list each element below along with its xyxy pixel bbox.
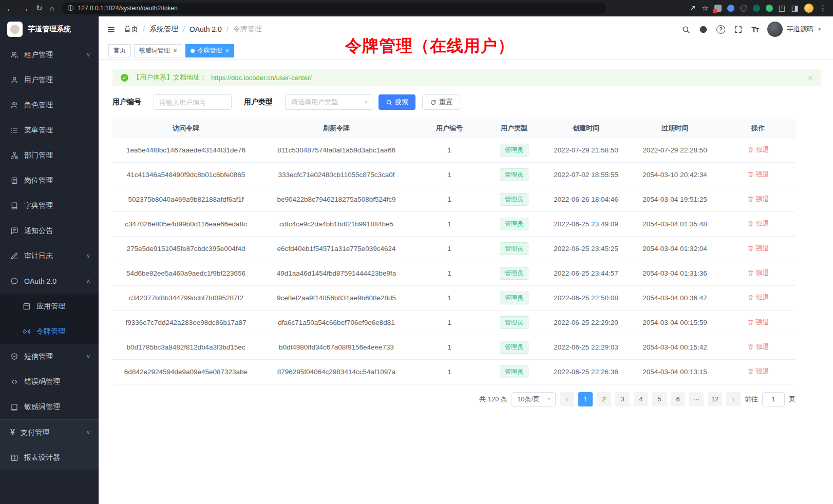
sidebar-item-oauth2[interactable]: OAuth 2.0∧ <box>0 268 99 294</box>
forward-icon[interactable]: → <box>21 4 29 13</box>
sidebar-subitem-app[interactable]: 应用管理 <box>0 294 99 319</box>
force-logout-button[interactable]: 强退 <box>747 342 769 352</box>
force-logout-button[interactable]: 强退 <box>747 195 769 204</box>
user-id-cell: 1 <box>413 310 485 335</box>
goto-page-input[interactable] <box>762 392 785 406</box>
sidebar-item-sms[interactable]: 短信管理∨ <box>0 344 99 369</box>
extensions-puzzle-icon[interactable]: ◳ <box>779 4 786 13</box>
user-menu[interactable]: 芋道源码 ▼ <box>767 22 822 37</box>
extension-green-icon[interactable] <box>766 5 773 12</box>
user-id-input[interactable] <box>154 94 232 110</box>
sidebar-item-user[interactable]: 用户管理 <box>0 67 99 92</box>
force-logout-button[interactable]: 强退 <box>747 367 769 376</box>
sidebar-item-menu[interactable]: 菜单管理 <box>0 118 99 143</box>
oauth-icon <box>10 277 18 285</box>
page-size-select[interactable]: 10条/页 ▼ <box>512 392 556 406</box>
tab-close-icon[interactable]: × <box>173 47 177 54</box>
next-page-button[interactable]: › <box>726 392 741 406</box>
extension-darkgreen-icon[interactable] <box>753 5 760 12</box>
tab-split-icon[interactable]: ◨ <box>791 4 799 13</box>
sidebar-item-audit-log[interactable]: 审计日志∨ <box>0 243 99 268</box>
sidebar-item-sensitive-word[interactable]: 敏感词管理 <box>0 394 99 419</box>
browser-menu-icon[interactable]: ⋮ <box>819 4 827 13</box>
user-id-cell: 1 <box>413 236 485 261</box>
doc-link[interactable]: https://doc.iocoder.cn/user-center/ <box>211 74 312 82</box>
user-type-cell: 管理员 <box>485 359 543 384</box>
search-button[interactable]: 搜索 <box>378 94 415 110</box>
tab-home[interactable]: 首页 <box>108 44 131 57</box>
page-button-5[interactable]: 5 <box>652 392 667 406</box>
trash-icon <box>747 319 754 325</box>
tab-close-icon[interactable]: × <box>225 47 230 54</box>
bookmark-star-icon[interactable]: ☆ <box>702 4 708 13</box>
alert-close-icon[interactable]: × <box>808 73 812 82</box>
sidebar-item-report[interactable]: 报表设计器 <box>0 445 99 470</box>
sidebar-subitem-label: 应用管理 <box>36 302 65 311</box>
trash-icon <box>747 294 754 301</box>
github-icon[interactable] <box>699 25 708 34</box>
force-logout-button[interactable]: 强退 <box>747 318 769 327</box>
sidebar-subitem-token[interactable]: 令牌管理 <box>0 319 99 344</box>
sidebar-item-post[interactable]: 岗位管理 <box>0 168 99 193</box>
action-cell: 强退 <box>721 236 796 261</box>
sidebar-item-label: 错误码管理 <box>24 377 60 386</box>
page-button-6[interactable]: 6 <box>671 392 685 406</box>
search-icon[interactable] <box>681 25 690 34</box>
sidebar-item-label: 报表设计器 <box>24 453 60 462</box>
page-button-3[interactable]: 3 <box>615 392 630 406</box>
page-ellipsis[interactable]: ··· <box>689 392 704 406</box>
sidebar-item-role[interactable]: 角色管理 <box>0 92 99 118</box>
breadcrumb-item[interactable]: 首页 <box>124 25 138 34</box>
force-logout-button[interactable]: 强退 <box>747 170 769 179</box>
extension-badge <box>713 9 717 13</box>
reload-icon[interactable]: ↻ <box>36 4 43 13</box>
user-id-cell: 1 <box>413 359 485 384</box>
sms-icon <box>10 353 18 361</box>
tab-token[interactable]: 令牌管理× <box>185 44 235 57</box>
tenant-icon <box>10 51 18 59</box>
app-logo[interactable]: 芋道管理系统 <box>0 16 99 42</box>
prev-page-button[interactable]: ‹ <box>560 392 574 406</box>
force-logout-button[interactable]: 强退 <box>747 244 769 253</box>
force-logout-button[interactable]: 强退 <box>747 145 769 154</box>
reset-button[interactable]: 重置 <box>422 94 460 110</box>
force-logout-label: 强退 <box>756 145 769 154</box>
page-button-4[interactable]: 4 <box>634 392 648 406</box>
page-button-12[interactable]: 12 <box>708 392 722 406</box>
sidebar-item-tenant[interactable]: 租户管理∨ <box>0 42 99 67</box>
sidebar-item-dict[interactable]: 字典管理 <box>0 193 99 218</box>
sidebar-item-pay[interactable]: ¥支付管理∨ <box>0 419 99 445</box>
page-button-1[interactable]: 1 <box>578 392 593 406</box>
share-icon[interactable]: ↗ <box>690 4 696 13</box>
chevron-down-icon: ∨ <box>86 429 90 436</box>
help-icon[interactable]: ? <box>716 25 725 34</box>
site-info-icon[interactable]: ⓘ <box>68 5 74 11</box>
access-token-cell: b0d1785bc3a8482f812db4a3f3bd15ec <box>112 335 259 359</box>
sidebar-item-error-code[interactable]: 错误码管理 <box>0 369 99 394</box>
breadcrumb-item[interactable]: 系统管理 <box>149 25 178 34</box>
report-icon <box>10 454 18 462</box>
font-size-icon[interactable]: TT <box>751 25 759 34</box>
user-type-badge: 管理员 <box>500 168 528 181</box>
home-icon[interactable]: ⌂ <box>50 4 54 13</box>
force-logout-button[interactable]: 强退 <box>747 268 769 278</box>
collapse-sidebar-icon[interactable] <box>107 25 116 34</box>
breadcrumb-item[interactable]: OAuth 2.0 <box>190 25 222 33</box>
address-bar[interactable]: ⓘ 127.0.0.1:1024/system/oauth2/token <box>62 3 606 14</box>
browser-profile-avatar[interactable] <box>804 4 813 13</box>
breadcrumb-separator: / <box>183 25 185 33</box>
fullscreen-icon[interactable] <box>734 25 743 34</box>
tab-sensitive-word[interactable]: 敏感词管理× <box>134 44 182 57</box>
action-cell: 强退 <box>721 359 796 384</box>
force-logout-button[interactable]: 强退 <box>747 219 769 228</box>
sidebar-item-dept[interactable]: 部门管理 <box>0 143 99 168</box>
sidebar-item-notice[interactable]: 通知公告 <box>0 218 99 243</box>
page-button-2[interactable]: 2 <box>597 392 611 406</box>
force-logout-label: 强退 <box>756 318 769 327</box>
user-type-select[interactable]: 请选择用户类型 ▼ <box>285 94 373 110</box>
extension-dark-icon[interactable] <box>740 5 747 12</box>
extension-badged-icon[interactable] <box>714 5 722 12</box>
back-icon[interactable]: ← <box>6 4 14 13</box>
force-logout-button[interactable]: 强退 <box>747 293 769 302</box>
extension-blue-icon[interactable] <box>727 5 734 12</box>
